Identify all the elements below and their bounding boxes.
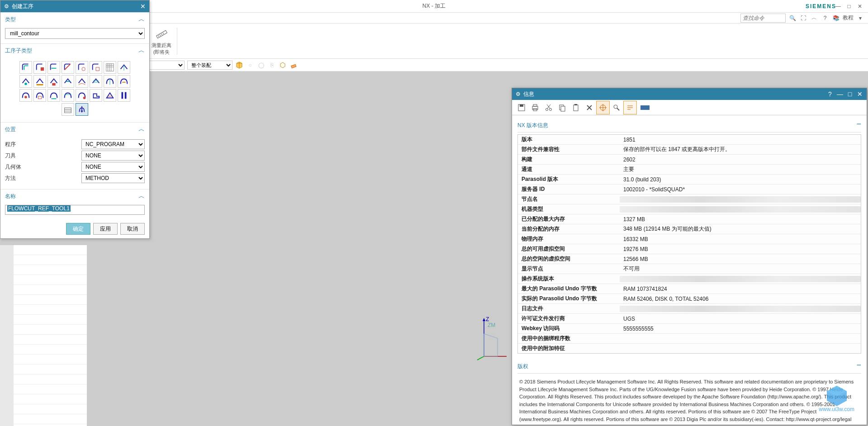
op-icon-flowcut-ref[interactable] (76, 103, 88, 116)
op-icon-1[interactable] (19, 61, 32, 74)
info-titlebar[interactable]: 信息 ? — □ ✕ (512, 88, 867, 100)
op-icon-11[interactable] (47, 75, 60, 88)
svg-rect-27 (52, 83, 55, 86)
op-icon-22[interactable] (90, 89, 102, 102)
info-row: 实际的 Parasolid Undo 字节数RAM 52406, DISK 0,… (518, 294, 861, 304)
copy-icon[interactable] (555, 101, 569, 114)
svg-line-16 (477, 356, 484, 360)
left-nav-strip[interactable] (0, 245, 14, 426)
eraser-icon[interactable] (289, 61, 298, 69)
section-location-header[interactable]: 位置 ︿ (0, 122, 149, 136)
navigator-panel[interactable] (14, 245, 87, 426)
search-icon[interactable]: 🔍 (788, 14, 797, 22)
ok-button[interactable]: 确定 (66, 223, 90, 235)
op-icon-8[interactable] (118, 61, 130, 74)
print-icon[interactable] (528, 101, 542, 114)
section-name-header[interactable]: 名称 ︿ (0, 189, 149, 203)
close-icon[interactable]: ✕ (856, 3, 863, 10)
find-icon[interactable] (610, 101, 623, 114)
tool-select[interactable]: NONE (81, 151, 145, 161)
op-icon-18[interactable] (33, 89, 46, 102)
save-icon[interactable] (515, 101, 528, 114)
name-input[interactable]: FLOWCUT_REF_TOOL1 (5, 205, 145, 215)
svg-point-29 (24, 96, 27, 99)
search-input[interactable] (740, 14, 786, 23)
minimize-icon[interactable]: — (837, 91, 843, 97)
op-icon-13[interactable] (76, 75, 88, 88)
op-icon-2[interactable] (33, 61, 46, 74)
op-icon-25[interactable] (62, 103, 74, 116)
program-label: 程序 (5, 141, 16, 148)
geometry-select[interactable]: NONE (81, 162, 145, 172)
op-icon-7[interactable] (104, 61, 116, 74)
svg-rect-34 (125, 92, 127, 99)
copyright-text: © 2018 Siemens Product Lifecycle Managem… (517, 374, 861, 425)
target-icon[interactable] (596, 101, 610, 114)
section-type-header[interactable]: 类型 ︿ (0, 12, 149, 26)
maximize-icon[interactable]: □ (847, 91, 853, 97)
book-icon[interactable]: 📚 (832, 14, 840, 22)
version-section-title[interactable]: NX 版本信息 − (517, 119, 861, 133)
op-icon-10[interactable] (33, 75, 46, 88)
info-toolbar (512, 100, 867, 115)
paste-icon[interactable] (569, 101, 583, 114)
op-icon-17[interactable] (19, 89, 32, 102)
info-panel: 信息 ? — □ ✕ NX 版本信息 − 版本1851部件文件兼容性保存的部件可… (512, 88, 867, 425)
svg-rect-42 (533, 104, 537, 106)
program-select[interactable]: NC_PROGRAM (81, 139, 145, 149)
op-icon-19[interactable] (47, 89, 60, 102)
svg-rect-6 (291, 64, 296, 68)
dropdown-icon[interactable]: ▾ (856, 14, 864, 22)
op-icon-20[interactable] (62, 89, 74, 102)
fullscreen-icon[interactable]: ⛶ (799, 14, 807, 22)
tool-label: 刀具 (5, 152, 16, 160)
op-icon-4[interactable] (62, 61, 74, 74)
op-icon-24[interactable] (118, 89, 130, 102)
copyright-section-title[interactable]: 版权 − (517, 360, 861, 374)
svg-rect-30 (38, 96, 41, 99)
svg-point-31 (83, 97, 86, 99)
help-icon[interactable]: ? (827, 91, 833, 97)
close-icon[interactable]: ✕ (140, 3, 146, 10)
window-controls: — □ ✕ (835, 3, 863, 10)
info-row: 显示节点不可用 (518, 264, 861, 274)
minimize-icon[interactable]: — (835, 3, 842, 10)
op-icon-3[interactable] (47, 61, 60, 74)
svg-line-5 (163, 33, 164, 34)
help-icon[interactable]: ? (821, 14, 829, 22)
chevron-up-icon[interactable]: ︿ (810, 14, 818, 22)
svg-point-26 (24, 83, 27, 85)
op-icon-5[interactable] (76, 61, 88, 74)
op-icon-6[interactable] (90, 61, 102, 74)
op-icon-15[interactable] (104, 75, 116, 88)
restore-icon[interactable]: □ (845, 3, 853, 10)
op-icon-14[interactable] (90, 75, 102, 88)
collapse-icon[interactable] (640, 105, 650, 110)
info-row: Webkey 访问码5555555555 (518, 324, 861, 334)
op-icon-16[interactable] (118, 75, 130, 88)
box-icon[interactable] (279, 61, 287, 69)
op-icon-9[interactable] (19, 75, 32, 88)
section-subtype-header[interactable]: 工序子类型 ︿ (0, 43, 149, 57)
close-icon[interactable]: ✕ (857, 91, 863, 97)
tutorial-link[interactable]: 教程 (843, 14, 854, 22)
apply-button[interactable]: 应用 (93, 223, 118, 235)
cube-icon[interactable] (235, 61, 243, 69)
type-select[interactable]: mill_contour (5, 28, 145, 39)
measure-distance-button[interactable]: 测量距离 (即将失 (150, 25, 173, 57)
cancel-button[interactable]: 取消 (120, 223, 145, 235)
cut-icon[interactable] (542, 101, 555, 114)
sphere-grey-icon: ○ (246, 61, 254, 69)
dialog-titlebar[interactable]: 创建工序 ✕ (0, 0, 149, 12)
assembly-dropdown[interactable]: 整个装配 (187, 61, 232, 70)
op-icon-12[interactable] (62, 75, 74, 88)
wrap-icon[interactable] (623, 101, 637, 114)
method-select[interactable]: METHOD (81, 173, 145, 183)
delete-icon[interactable] (583, 101, 596, 114)
dialog-title-text: 创建工序 (12, 3, 33, 10)
svg-point-45 (550, 108, 552, 110)
op-icon-21[interactable] (76, 89, 88, 102)
method-label: 方法 (5, 175, 16, 182)
info-content[interactable]: NX 版本信息 − 版本1851部件文件兼容性保存的部件可以在 1847 或更高… (512, 115, 867, 425)
op-icon-23[interactable] (104, 89, 116, 102)
